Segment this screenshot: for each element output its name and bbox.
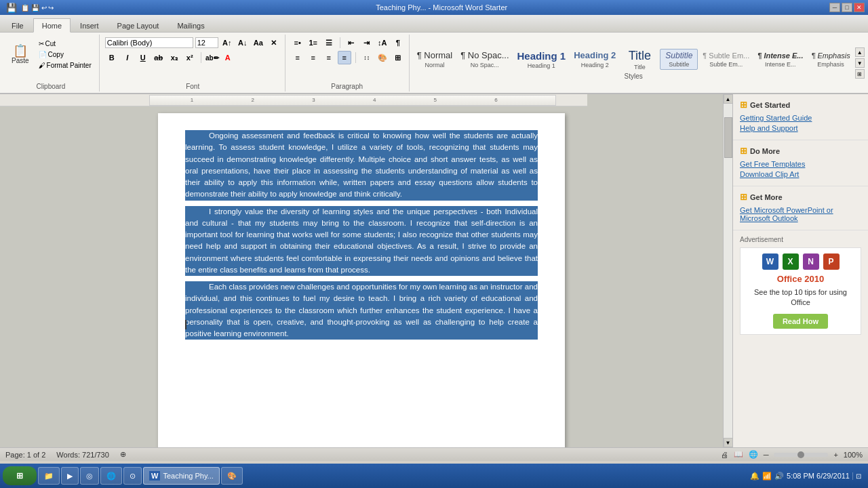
taskbar-browser[interactable]: 🌐 [100,467,122,485]
bold-btn[interactable]: B [105,51,119,64]
font-name-input[interactable] [105,37,193,48]
strikethrough-btn[interactable]: ab [152,51,165,64]
clear-format-btn[interactable]: ✕ [267,36,281,49]
style-subtitle[interactable]: Subtitle Subtitle [660,49,698,70]
style-emphasis[interactable]: ¶ Emphasis Emphasis [808,49,853,69]
cut-button[interactable]: ✂ Cut [35,39,95,49]
style-no-spacing-label: No Spac... [471,62,499,68]
decrease-font-btn[interactable]: A↓ [236,36,250,49]
numbering-btn[interactable]: 1≡ [307,36,320,49]
paragraph-4 [185,345,538,372]
window-title: Teaching Phy... - Microsoft Word Starter [54,3,829,12]
getting-started-guide-link[interactable]: Getting Started Guide [740,114,861,122]
zoom-out-btn[interactable]: ─ [764,451,769,459]
vertical-scrollbar[interactable]: ▲ ▼ [723,94,732,447]
scroll-track[interactable] [724,104,732,438]
tab-insert[interactable]: Insert [71,18,108,32]
view-btn-print[interactable]: 🖨 [721,451,728,459]
document-content: Ongoing assessment and feedback is criti… [185,130,538,372]
tab-mailings[interactable]: Mailings [168,18,213,32]
styles-scroll-down[interactable]: ▼ [855,58,865,68]
maximize-btn[interactable]: □ [842,3,852,12]
help-support-link[interactable]: Help and Support [740,124,861,132]
increase-font-btn[interactable]: A↑ [220,36,234,49]
sort-btn[interactable]: ↕A [376,36,389,49]
styles-scroll-up[interactable]: ▲ [855,47,865,57]
bullets-btn[interactable]: ≡• [291,36,304,49]
get-started-section: ⊞ Get Started Getting Started Guide Help… [733,94,868,140]
zoom-slider[interactable] [774,453,828,457]
scroll-thumb[interactable] [724,117,732,158]
free-templates-link[interactable]: Get Free Templates [740,160,861,168]
copy-button[interactable]: 📄 Copy [35,49,95,60]
taskbar-media[interactable]: ▶ [61,467,79,485]
font-color-btn[interactable]: A [221,51,235,64]
tab-file[interactable]: File [3,18,33,32]
zoom-thumb[interactable] [797,451,804,458]
app-icon: 💾 [6,3,17,13]
align-left-btn[interactable]: ≡ [291,51,304,64]
underline-btn[interactable]: U [136,51,150,64]
style-title[interactable]: Title Title [620,46,658,73]
cut-icon: ✂ [39,40,44,47]
clip-art-link[interactable]: Download Clip Art [740,170,861,178]
style-heading2[interactable]: Heading 2 Heading 2 [570,48,619,70]
justify-btn[interactable]: ≡ [338,51,351,64]
style-subtle-em[interactable]: ¶ Subtle Em... Subtle Em... [699,49,753,69]
get-powerpoint-link[interactable]: Get Microsoft PowerPoint or Microsoft Ou… [740,206,861,222]
get-started-header: Get Started [750,101,790,109]
text-highlight-btn[interactable]: ab✏ [205,51,219,64]
document-page[interactable]: Ongoing assessment and feedback is criti… [158,113,565,447]
view-btn-fullread[interactable]: 📖 [734,450,743,459]
main-area: 1 2 3 4 5 6 Ongoing assessment and feedb… [0,94,868,447]
view-btn-web[interactable]: 🌐 [749,450,758,459]
style-intense-em[interactable]: ¶ Intense E... Intense E... [754,49,806,69]
taskbar-explorer[interactable]: 📁 [38,467,60,485]
style-normal[interactable]: ¶ Normal Normal [414,48,456,70]
para-divider1 [340,37,340,48]
ad-label: Advertisement [740,236,861,243]
taskbar-word[interactable]: W Teaching Phy... [143,467,220,485]
taskbar-circle[interactable]: ◎ [80,467,99,485]
shading-btn[interactable]: 🎨 [376,51,389,64]
clipboard-group-label: Clipboard [36,83,65,90]
increase-indent-btn[interactable]: ⇥ [360,36,374,49]
tab-page-layout[interactable]: Page Layout [108,18,168,32]
minimize-btn[interactable]: ─ [829,3,840,12]
italic-btn[interactable]: I [121,51,134,64]
scroll-up-btn[interactable]: ▲ [724,94,733,104]
multilevel-btn[interactable]: ☰ [322,36,336,49]
show-formatting-btn[interactable]: ¶ [391,36,405,49]
tab-home[interactable]: Home [33,18,71,33]
zoom-level: 100% [844,451,863,459]
format-painter-button[interactable]: 🖌 Format Painter [35,60,95,70]
taskbar-paint[interactable]: 🎨 [221,467,243,485]
style-heading2-label: Heading 2 [581,62,609,68]
font-size-input[interactable] [195,37,218,48]
borders-btn[interactable]: ⊞ [391,51,405,64]
decrease-indent-btn[interactable]: ⇤ [344,36,358,49]
show-desktop-btn[interactable]: ⊡ [852,472,861,480]
title-bar: 💾 📋 💾 ↩ ↪ Teaching Phy... - Microsoft Wo… [0,0,868,15]
align-center-btn[interactable]: ≡ [307,51,320,64]
start-button[interactable]: ⊞ [3,466,37,485]
subscript-btn[interactable]: x₂ [167,51,181,64]
superscript-btn[interactable]: x² [183,51,197,64]
read-how-button[interactable]: Read How [773,314,828,329]
style-heading1[interactable]: Heading 1 Heading 1 [514,47,570,72]
system-clock: 5:08 PM 6/29/2011 [787,472,850,480]
close-btn[interactable]: ✕ [854,3,865,12]
zoom-in-btn[interactable]: + [833,451,837,459]
scroll-down-btn[interactable]: ▼ [724,438,733,447]
line-spacing-btn[interactable]: ↕↕ [360,51,374,64]
change-case-btn[interactable]: Aa [252,36,265,49]
paste-button[interactable]: 📋 Paste [7,36,34,73]
styles-scroll-expand[interactable]: ⊞ [855,69,865,79]
style-subtle-em-label: Subtle Em... [709,61,743,68]
document-area[interactable]: 1 2 3 4 5 6 Ongoing assessment and feedb… [0,94,723,447]
font-divider [201,52,201,63]
taskbar-office-hub[interactable]: ⊙ [123,467,142,485]
ribbon-group-font: A↑ A↓ Aa ✕ B I U ab x₂ x² ab✏ A Font [101,35,285,92]
align-right-btn[interactable]: ≡ [322,51,336,64]
style-no-spacing[interactable]: ¶ No Spac... No Spac... [457,48,512,70]
